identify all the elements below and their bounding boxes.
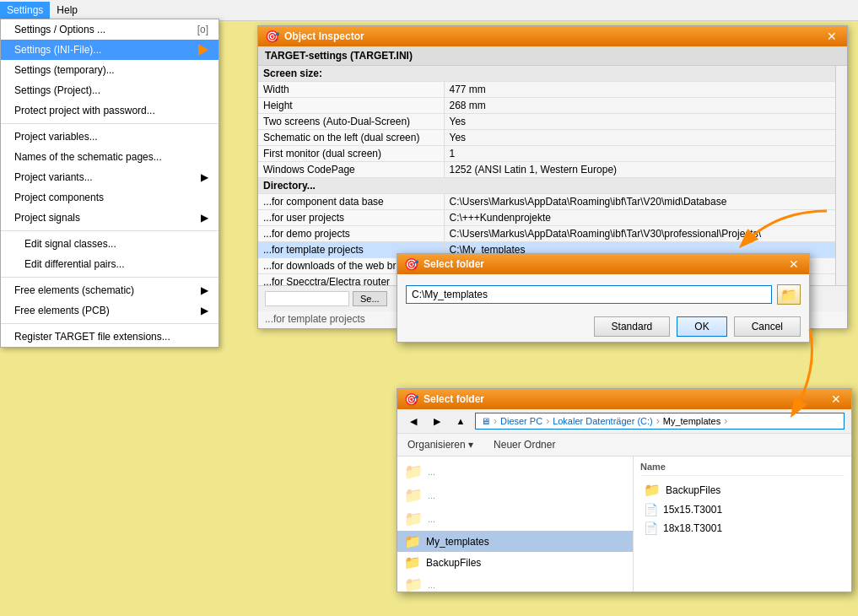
file-backupfiles[interactable]: 📁 BackupFiles <box>640 479 845 500</box>
table-row: Windows CodePage 1252 (ANSI Latin 1, Wes… <box>258 162 847 178</box>
t3001-icon-1: 📄 <box>644 503 658 516</box>
file-label-backupfiles: BackupFiles <box>666 484 720 496</box>
select-folder-browser-titlebar: 🎯 Select folder ✕ <box>397 389 851 409</box>
browser-actions: Organisieren ▾ Neuer Ordner <box>397 434 851 457</box>
prop-value: C:\Users\Markus\AppData\Roaming\ibf\Tar\… <box>444 194 847 210</box>
prop-value: 268 mm <box>444 98 847 114</box>
dropdown-item-register[interactable]: Register TARGET file extensions... <box>1 327 219 347</box>
titlebar-title-simple: 🎯 Select folder <box>404 257 484 271</box>
right-pane: Name 📁 BackupFiles 📄 15x15.T3001 📄 18x18… <box>634 457 851 592</box>
file-15x15[interactable]: 📄 15x15.T3001 <box>640 500 845 519</box>
folder-icon-1: 📁 <box>404 462 423 481</box>
prop-value: C:\Users\Markus\AppData\Roaming\ibf\Tar\… <box>444 226 847 242</box>
dropdown-item-components[interactable]: Project components <box>1 187 219 208</box>
browser-toolbar: ◀ ▶ ▲ 🖥 › Dieser PC › Lokaler Datenträge… <box>397 409 851 434</box>
help-menu[interactable]: Help <box>50 2 84 19</box>
bc-laufwerk[interactable]: Lokaler Datenträger (C:) <box>553 416 653 426</box>
dropdown-item-signal-classes[interactable]: Edit signal classes... <box>1 234 219 254</box>
folder-backupfiles[interactable]: 📁 BackupFiles <box>397 552 633 573</box>
folder-my-templates[interactable]: 📁 My_templates <box>397 531 633 552</box>
prop-name: ...for demo projects <box>258 226 444 242</box>
dropdown-item-options[interactable]: Settings / Options ... [o] <box>1 19 219 40</box>
right-pane-header: Name <box>640 460 845 476</box>
folder-icon-4: 📁 <box>404 575 423 592</box>
arrow-right-icon-4: ▶ <box>201 305 208 316</box>
target-icon: 🎯 <box>265 30 279 43</box>
section-label: Screen size: <box>258 66 847 82</box>
dialog-buttons: Standard OK Cancel <box>397 311 809 342</box>
select-folder-simple-dialog: 🎯 Select folder ✕ 📁 Standard OK Cancel <box>397 253 810 343</box>
ok-button[interactable]: OK <box>677 316 726 337</box>
organise-button[interactable]: Organisieren ▾ <box>404 437 477 452</box>
dropdown-item-free-pcb[interactable]: Free elements (PCB) ▶ <box>1 300 219 321</box>
search-button[interactable]: Se... <box>353 291 387 306</box>
prop-value: 1252 (ANSI Latin 1, Western Europe) <box>444 162 847 178</box>
bc-home: 🖥 <box>481 416 490 426</box>
dropdown-item-ini[interactable]: Settings (INI-File)... <box>1 40 219 60</box>
cancel-button[interactable]: Cancel <box>734 316 801 337</box>
ini-file-title: TARGET-settings (TARGET.INI) <box>258 46 847 66</box>
file-18x18[interactable]: 📄 18x18.T3001 <box>640 519 845 538</box>
file-label-15x15: 15x15.T3001 <box>663 504 722 516</box>
dropdown-item-proj-vars[interactable]: Project variables... <box>1 127 219 147</box>
forward-button[interactable]: ▶ <box>428 413 446 430</box>
new-folder-button[interactable]: Neuer Ordner <box>490 437 559 452</box>
up-button[interactable]: ▲ <box>451 413 470 430</box>
dropdown-item-temp[interactable]: Settings (temporary)... <box>1 60 219 80</box>
separator-4 <box>1 323 219 324</box>
folder-icon-my-templates: 📁 <box>404 533 421 549</box>
prop-name: Width <box>258 82 444 98</box>
dropdown-item-variants[interactable]: Project variants... ▶ <box>1 167 219 187</box>
separator-1 <box>1 123 219 124</box>
table-row: Height 268 mm <box>258 98 847 114</box>
path-input[interactable] <box>406 285 772 304</box>
path-row: 📁 <box>397 274 809 311</box>
scrollbar[interactable] <box>835 66 847 285</box>
table-row: Schematic on the left (dual screen) Yes <box>258 130 847 146</box>
object-inspector-titlebar: 🎯 Object Inspector ✕ <box>258 26 847 46</box>
t3001-icon-2: 📄 <box>644 521 658 535</box>
close-button[interactable]: ✕ <box>823 30 840 43</box>
dropdown-item-signals[interactable]: Project signals ▶ <box>1 208 219 228</box>
browse-folder-button[interactable]: 📁 <box>777 284 801 305</box>
table-row: Two screens (Auto-Dual-Screen) Yes <box>258 114 847 130</box>
status-text: ...for template projects <box>265 313 365 325</box>
prop-name: ...for user projects <box>258 210 444 226</box>
prop-value: 1 <box>444 146 847 162</box>
arrow-indicator <box>198 44 208 56</box>
browser-body: 📁 ... 📁 ... 📁 ... 📁 My_templates 📁 Backu… <box>397 457 851 592</box>
prop-name: Two screens (Auto-Dual-Screen) <box>258 114 444 130</box>
folder-label-backup: BackupFiles <box>426 557 481 569</box>
table-row: Width 477 mm <box>258 82 847 98</box>
close-button-simple[interactable]: ✕ <box>785 257 802 271</box>
prop-name: Windows CodePage <box>258 162 444 178</box>
properties-table: Screen size: Width 477 mm Height 268 mm … <box>258 66 847 285</box>
folder-browser-icon: 🎯 <box>404 392 418 406</box>
standard-button[interactable]: Standard <box>594 316 671 337</box>
bc-my-templates[interactable]: My_templates <box>663 416 720 426</box>
section-directory: Directory... <box>258 178 847 194</box>
arrow-right-icon: ▶ <box>201 171 208 183</box>
close-button-browser[interactable]: ✕ <box>828 392 845 406</box>
dropdown-item-password[interactable]: Protect project with password... <box>1 100 219 121</box>
dropdown-item-free-sch[interactable]: Free elements (schematic) ▶ <box>1 280 219 300</box>
settings-menu[interactable]: Settings <box>0 2 50 19</box>
object-inspector-title: Object Inspector <box>284 30 364 42</box>
folder-placeholder-3: 📁 ... <box>397 507 633 531</box>
bc-dieser-pc[interactable]: Dieser PC <box>500 416 542 426</box>
back-button[interactable]: ◀ <box>404 413 423 430</box>
arrow-right-icon-2: ▶ <box>201 212 208 224</box>
search-input[interactable] <box>265 291 349 306</box>
prop-name: Schematic on the left (dual screen) <box>258 130 444 146</box>
dropdown-item-page-names[interactable]: Names of the schematic pages... <box>1 147 219 167</box>
prop-value: Yes <box>444 130 847 146</box>
dropdown-item-diff-pairs[interactable]: Edit differential pairs... <box>1 254 219 274</box>
separator-2 <box>1 230 219 231</box>
titlebar-title-browser: 🎯 Select folder <box>404 392 484 406</box>
prop-value: 477 mm <box>444 82 847 98</box>
file-label-18x18: 18x18.T3001 <box>663 522 722 534</box>
table-row: ...for demo projects C:\Users\Markus\App… <box>258 226 847 242</box>
dropdown-item-project-settings[interactable]: Settings (Project)... <box>1 80 219 100</box>
separator-3 <box>1 277 219 278</box>
folder-icon-backup: 📁 <box>404 554 421 570</box>
